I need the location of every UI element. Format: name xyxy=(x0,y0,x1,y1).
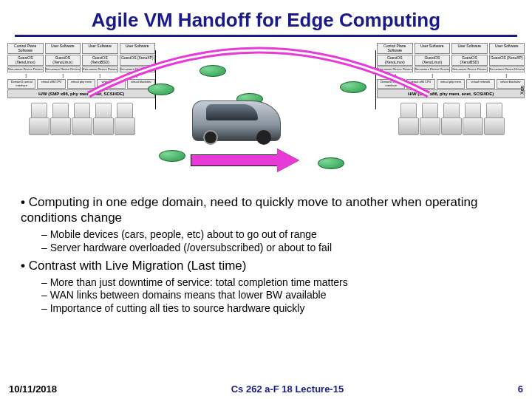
xen-label: Xen xyxy=(519,86,525,95)
bullet-content: Computing in one edge domain, need to qu… xyxy=(0,191,532,315)
server-icon xyxy=(463,103,482,135)
slide-title: Agile VM Handoff for Edge Computing xyxy=(15,0,517,37)
driver-box: Xen-aware Device Drivers xyxy=(7,66,44,72)
server-icon xyxy=(29,103,48,135)
sub-bullet: Importance of cutting all ties to source… xyxy=(41,302,511,315)
movement-arrow-icon xyxy=(191,150,301,171)
mid-box: virtual network xyxy=(466,79,494,89)
guest-box: GuestOS (XenoXP) xyxy=(489,55,525,66)
bullet-text: Contrast with Live Migration (Last time) xyxy=(29,259,247,273)
router-icon xyxy=(159,150,185,162)
footer-course: Cs 262 a-F 18 Lecture-15 xyxy=(231,383,344,395)
router-icon xyxy=(148,83,174,95)
sw-box: User Software xyxy=(451,43,488,54)
driver-box: Xen-aware Device Drivers xyxy=(489,66,525,72)
guest-box: GuestOS (XenoLinux) xyxy=(7,55,44,66)
sub-bullet: WAN links between domains means that low… xyxy=(41,289,511,301)
sw-box: User Software xyxy=(489,43,525,54)
driver-box: Xen-aware Device Drivers xyxy=(451,66,488,72)
sub-bullet: Server hardware overloaded (/oversubscri… xyxy=(41,242,511,254)
server-icon xyxy=(484,103,503,135)
guest-box: GuestOS (XenoBSD) xyxy=(451,55,488,66)
server-icon xyxy=(441,103,460,135)
footer-date: 10/11/2018 xyxy=(9,383,57,395)
sub-bullet: More than just downtime of service: tota… xyxy=(41,276,511,289)
diagram-area: Control Plane Software User Software Use… xyxy=(7,43,525,191)
mid-box: Domain0 control interface xyxy=(7,79,35,89)
router-icon xyxy=(340,81,366,93)
server-icon xyxy=(50,103,69,135)
router-icon xyxy=(318,157,344,169)
sw-box: Control Plane Software xyxy=(7,43,44,54)
sub-bullet: Mobile devices (cars, people, etc) about… xyxy=(41,228,511,241)
bullet-text: Computing in one edge domain, need to qu… xyxy=(21,195,477,225)
mid-box: virtual x86 CPU xyxy=(37,79,65,89)
footer-page-number: 6 xyxy=(518,383,523,395)
slide-footer: 10/11/2018 Cs 262 a-F 18 Lecture-15 6 xyxy=(0,383,532,395)
router-icon xyxy=(200,65,226,77)
car-icon xyxy=(192,100,281,141)
